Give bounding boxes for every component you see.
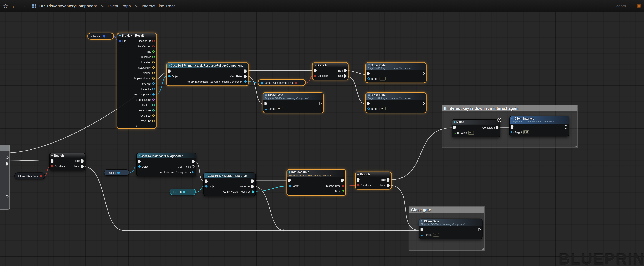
exec-pin[interactable]	[168, 69, 171, 72]
object-pin[interactable]	[420, 233, 424, 236]
exec-pin[interactable]	[288, 179, 291, 182]
object-pin[interactable]	[264, 107, 268, 110]
exec-pin[interactable]	[357, 178, 360, 181]
exec-pin[interactable]	[387, 183, 390, 187]
object-pin[interactable]	[152, 88, 155, 90]
pin-value-box[interactable]: self	[277, 106, 283, 110]
node-header[interactable]: ✉Close GateTarget is BP Player Inventory…	[419, 219, 482, 226]
exec-pin[interactable]	[6, 160, 9, 167]
exec-pin[interactable]	[6, 153, 9, 161]
object-pin[interactable]	[192, 170, 195, 174]
cast-to-bp-master-resource[interactable]: »Cast To BP_MasterResourceObjectCast Fai…	[203, 172, 256, 196]
node-header[interactable]: »Cast To InstancedFoliageActor	[137, 153, 196, 158]
exec-pin[interactable]	[367, 102, 370, 105]
exec-pin[interactable]	[496, 126, 499, 129]
exec-pin[interactable]	[81, 159, 84, 162]
exec-pin[interactable]	[344, 69, 347, 72]
exec-pin[interactable]	[51, 159, 54, 162]
float-pin[interactable]	[152, 50, 155, 53]
node-header[interactable]: ◆Branch	[50, 153, 85, 158]
vector-pin[interactable]	[152, 66, 155, 69]
branch-left[interactable]: ◆BranchTrueConditionFalse	[49, 153, 86, 170]
exec-pin[interactable]	[192, 160, 195, 163]
bool-pin[interactable]	[40, 174, 43, 177]
bool-pin[interactable]	[314, 74, 317, 77]
bool-pin[interactable]	[152, 40, 155, 42]
node-header[interactable]: ◆Branch	[312, 63, 348, 67]
interact-time[interactable]: ƒInteract TimeTarget is BP Survival Inve…	[286, 169, 346, 195]
exec-pin[interactable]	[422, 72, 425, 75]
float-pin[interactable]	[454, 131, 456, 134]
exec-pin[interactable]	[244, 69, 247, 72]
exec-pin[interactable]	[387, 178, 390, 181]
grid-icon[interactable]	[32, 4, 33, 5]
bool-pin[interactable]	[152, 45, 155, 48]
node-header[interactable]: ✉Close GateTarget is BP Player Inventory…	[263, 93, 323, 100]
bool-pin[interactable]	[51, 165, 54, 168]
node-header[interactable]: ƒDelay	[452, 120, 500, 124]
pin-value-box[interactable]: self	[379, 77, 386, 80]
node-header[interactable]: »Cast To BP_MasterResource	[204, 173, 256, 178]
exec-pin[interactable]	[422, 102, 425, 105]
cyan-pin[interactable]	[183, 190, 186, 193]
exec-pin[interactable]	[251, 185, 254, 188]
last-hit-pill-2[interactable]: Last Hit	[170, 188, 196, 195]
int-pin[interactable]	[152, 109, 155, 112]
pin-value-box[interactable]: self	[379, 106, 386, 110]
collapse-arrow-icon[interactable]: ▲	[118, 125, 156, 128]
bool-pin[interactable]	[357, 184, 360, 186]
cyan-pin[interactable]	[251, 190, 254, 193]
struct-pin[interactable]	[119, 40, 122, 42]
object-pin[interactable]	[152, 82, 155, 85]
exec-pin[interactable]	[367, 72, 370, 75]
object-pin[interactable]	[288, 184, 291, 187]
object-pin[interactable]	[205, 185, 208, 188]
cast-to-bp-interactable-resource-foliage-component[interactable]: »Cast To BP_InteractableResourceFoliageC…	[166, 62, 248, 86]
object-pin[interactable]	[168, 75, 171, 78]
corner-icon[interactable]	[637, 4, 641, 8]
comment-resize-handle[interactable]	[575, 145, 577, 147]
pin-value-box[interactable]: 0.1	[468, 131, 474, 135]
interact-key-down-pill[interactable]: Interact Key Down	[14, 172, 45, 179]
back-icon[interactable]: ←	[12, 4, 17, 8]
object-pin[interactable]	[152, 93, 155, 96]
exec-pin[interactable]	[454, 126, 456, 129]
exec-pin[interactable]	[478, 228, 481, 231]
client-interact[interactable]: ✉Client InteractTarget is BP Player Inve…	[509, 116, 569, 136]
pin-value-box[interactable]: self	[523, 130, 529, 134]
use-interact-time-pill[interactable]: TargetUse Interact Time	[258, 79, 306, 86]
pin-value-box[interactable]: self	[433, 233, 439, 237]
node-header[interactable]: ✉Close GateTarget is BP Player Inventory…	[366, 63, 426, 70]
bool-pin[interactable]	[341, 184, 344, 187]
favorite-star-icon[interactable]: ☆	[3, 4, 8, 8]
object-pin[interactable]	[117, 171, 120, 174]
exec-pin[interactable]	[565, 125, 568, 128]
forward-icon[interactable]: →	[21, 4, 26, 8]
exec-pin[interactable]	[511, 125, 514, 128]
exec-pin[interactable]	[138, 160, 141, 163]
exec-pin[interactable]	[205, 179, 208, 182]
exec-pin[interactable]	[314, 69, 317, 72]
object-pin[interactable]	[244, 80, 247, 83]
close-gate-bottom[interactable]: ✉Close GateTarget is BP Player Inventory…	[419, 218, 483, 239]
exec-pin[interactable]	[244, 74, 247, 78]
exec-pin[interactable]	[420, 228, 424, 231]
exec-pin[interactable]	[319, 102, 322, 105]
delay[interactable]: ƒDelayCompletedDuration0.1	[452, 119, 500, 137]
vector-pin[interactable]	[152, 77, 155, 80]
branch-top[interactable]: ◆BranchTrueConditionFalse	[312, 62, 348, 80]
node-header[interactable]: ◆Break Hit Result	[118, 33, 156, 38]
struct-pin[interactable]	[102, 35, 106, 38]
exec-pin[interactable]	[341, 179, 344, 182]
exec-pin[interactable]	[192, 165, 195, 168]
exec-pin[interactable]	[251, 179, 254, 182]
vector-pin[interactable]	[152, 72, 155, 74]
node-header[interactable]: ƒInteract TimeTarget is BP Survival Inve…	[287, 170, 346, 177]
name-pin[interactable]	[152, 98, 155, 101]
node-header[interactable]: ✉Client InteractTarget is BP Player Inve…	[510, 116, 569, 124]
node-header[interactable]: »Cast To BP_InteractableResourceFoliageC…	[167, 63, 248, 68]
client-hit-pill[interactable]: Client Hit	[88, 33, 114, 40]
comment-title[interactable]: Close gate	[409, 206, 484, 213]
comment-title[interactable]: If interact key is down run interact aga…	[442, 105, 578, 111]
exec-pin[interactable]	[81, 164, 84, 168]
